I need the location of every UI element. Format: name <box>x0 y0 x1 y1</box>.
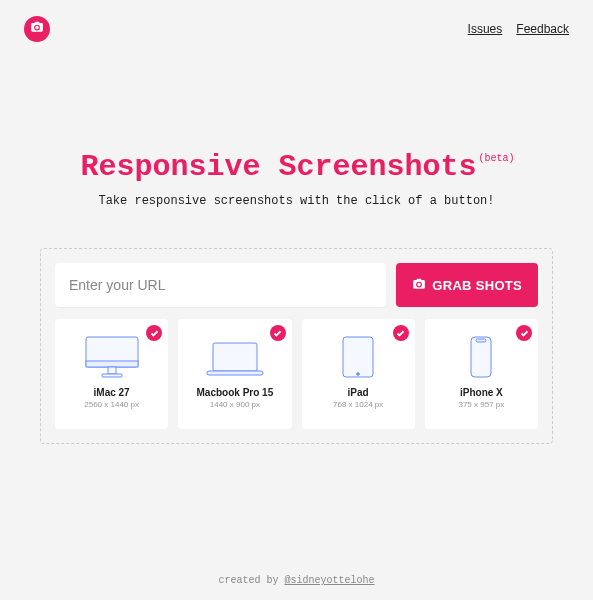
svg-rect-4 <box>213 343 257 371</box>
subtitle: Take responsive screenshots with the cli… <box>0 194 593 208</box>
device-resolution: 2560 x 1440 px <box>84 400 139 409</box>
device-resolution: 768 x 1024 px <box>333 400 383 409</box>
camera-icon <box>412 277 426 294</box>
feedback-link[interactable]: Feedback <box>516 22 569 36</box>
issues-link[interactable]: Issues <box>468 22 503 36</box>
svg-rect-3 <box>102 374 122 377</box>
footer: created by @sidneyottelohe <box>0 575 593 586</box>
tablet-icon <box>341 333 375 379</box>
svg-rect-9 <box>476 339 486 342</box>
device-name: iPhone X <box>460 387 503 398</box>
device-name: iMac 27 <box>94 387 130 398</box>
phone-icon <box>469 333 493 379</box>
check-icon <box>270 325 286 341</box>
svg-point-7 <box>357 373 360 376</box>
svg-rect-8 <box>471 337 491 377</box>
device-card-iphone[interactable]: iPhone X 375 x 957 px <box>425 319 538 429</box>
url-input[interactable] <box>55 263 386 307</box>
device-resolution: 1440 x 900 px <box>210 400 260 409</box>
hero: Responsive Screenshots(beta) Take respon… <box>0 150 593 208</box>
camera-icon <box>30 20 44 38</box>
topbar: Issues Feedback <box>0 0 593 50</box>
svg-rect-1 <box>86 361 138 367</box>
svg-rect-2 <box>108 367 116 374</box>
nav-links: Issues Feedback <box>468 22 569 36</box>
main-panel: GRAB SHOTS iMac 27 2560 x 1440 px <box>40 248 553 444</box>
device-card-imac[interactable]: iMac 27 2560 x 1440 px <box>55 319 168 429</box>
check-icon <box>393 325 409 341</box>
logo[interactable] <box>24 16 50 42</box>
device-list: iMac 27 2560 x 1440 px Macbook Pro 15 14… <box>55 319 538 429</box>
beta-tag: (beta) <box>479 153 515 164</box>
check-icon <box>516 325 532 341</box>
input-row: GRAB SHOTS <box>55 263 538 307</box>
grab-shots-button[interactable]: GRAB SHOTS <box>396 263 538 307</box>
device-name: Macbook Pro 15 <box>197 387 274 398</box>
svg-rect-6 <box>343 337 373 377</box>
author-link[interactable]: @sidneyottelohe <box>285 575 375 586</box>
page-title: Responsive Screenshots <box>80 150 476 184</box>
check-icon <box>146 325 162 341</box>
device-resolution: 375 x 957 px <box>458 400 504 409</box>
device-card-macbook[interactable]: Macbook Pro 15 1440 x 900 px <box>178 319 291 429</box>
imac-icon <box>82 333 142 379</box>
device-card-ipad[interactable]: iPad 768 x 1024 px <box>302 319 415 429</box>
grab-shots-label: GRAB SHOTS <box>432 278 522 293</box>
device-name: iPad <box>348 387 369 398</box>
laptop-icon <box>203 333 267 379</box>
svg-rect-5 <box>207 371 263 375</box>
footer-prefix: created by <box>218 575 284 586</box>
